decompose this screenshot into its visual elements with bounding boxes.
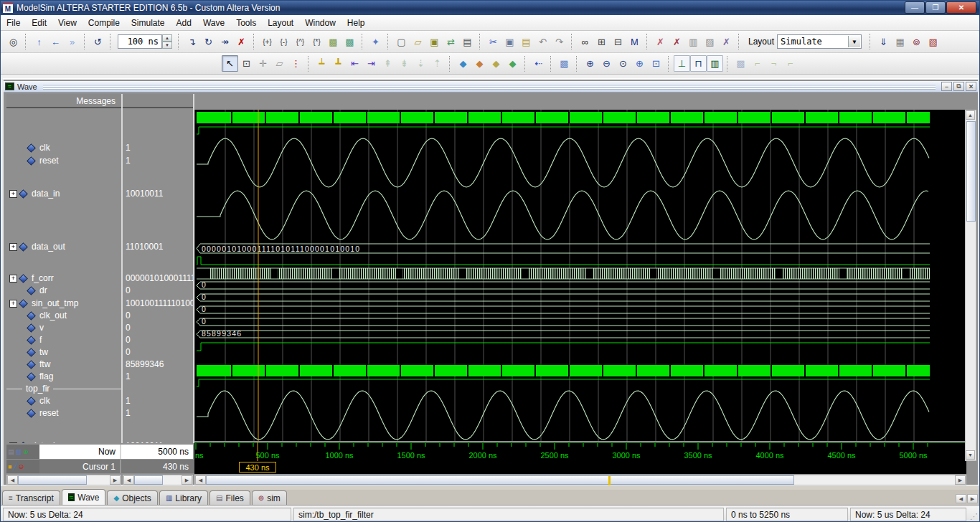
delete-cursor-icon[interactable]: ┻ — [330, 55, 347, 72]
zoom-find-icon[interactable]: ⊚ — [908, 34, 925, 50]
undo-icon[interactable]: ↶ — [534, 34, 551, 50]
chevron-down-icon[interactable]: ▼ — [848, 36, 860, 47]
tab-scroll-left-icon[interactable]: ◀ — [956, 494, 966, 503]
menu-file[interactable]: File — [1, 16, 26, 30]
edit-mode-icon[interactable]: ▱ — [271, 55, 288, 72]
next-falling-icon[interactable]: ⇡ — [429, 55, 446, 72]
back-icon[interactable]: ← — [47, 34, 64, 50]
scroll-left-icon[interactable]: ◀ — [195, 475, 206, 485]
forward-icon[interactable]: » — [64, 34, 80, 50]
expanded-time-off-icon[interactable]: ¬ — [765, 55, 782, 72]
previous-falling-icon[interactable]: ⇣ — [413, 55, 429, 72]
tab-files[interactable]: ▤Files — [209, 490, 250, 505]
scroll-down-icon[interactable]: ▼ — [966, 450, 975, 460]
pan-mode-icon[interactable]: ✛ — [255, 55, 271, 72]
signal-row-f[interactable]: f — [6, 334, 121, 346]
scroll-right-icon[interactable]: ▶ — [182, 475, 192, 485]
wave-title-bar[interactable]: ≈ Wave − ⧉ ✕ — [4, 81, 978, 92]
add-wave-icon[interactable]: ◆ — [455, 55, 471, 72]
full-waveform-icon[interactable]: ⊥ — [674, 55, 690, 72]
menu-add[interactable]: Add — [171, 16, 197, 30]
tab-scroll-right-icon[interactable]: ▶ — [967, 494, 978, 503]
next-transition-icon[interactable]: ⇥ — [363, 55, 380, 72]
new-file-icon[interactable]: ▢ — [393, 34, 410, 50]
up-context-icon[interactable]: ↑ — [31, 34, 47, 50]
messages-icon[interactable]: ▥ — [16, 448, 22, 455]
stop-hand-icon[interactable]: ✦ — [367, 34, 384, 50]
waveform-canvas[interactable]: 0000010100011110101110000101001000008589… — [194, 110, 966, 441]
run-continue-icon[interactable]: ↻ — [200, 34, 217, 50]
tab-objects[interactable]: ◆Objects — [107, 490, 157, 505]
wave-dock-button[interactable]: − — [941, 82, 952, 91]
signal-row-data_in[interactable]: +data_in — [6, 440, 121, 443]
delete-layout-icon[interactable]: ▧ — [925, 34, 941, 50]
signal-row-flag[interactable]: flag — [6, 371, 121, 382]
hatch-region-icon[interactable]: ▩ — [732, 55, 749, 72]
expanded-time-on-icon[interactable]: ⌐ — [749, 55, 765, 72]
expand-icon[interactable]: + — [9, 243, 17, 251]
find-icon[interactable]: ∞ — [577, 34, 593, 50]
wave-undock-button[interactable]: ⧉ — [953, 82, 964, 91]
signal-row-clk[interactable]: clk — [6, 395, 121, 407]
paste-icon[interactable]: ▤ — [518, 34, 534, 50]
configure-layout-icon[interactable]: ▦ — [892, 34, 908, 50]
menu-compile[interactable]: Compile — [83, 16, 126, 30]
timeline-ruler[interactable]: 500 ns1000 ns1500 ns2000 ns2500 ns3000 n… — [194, 442, 966, 461]
zoom-mode-icon[interactable]: ⊡ — [238, 55, 255, 72]
resize-grip[interactable]: ⋰ — [970, 512, 978, 521]
menu-simulate[interactable]: Simulate — [126, 16, 171, 30]
insert-wave-icon[interactable]: ◆ — [504, 55, 521, 72]
add-cursor-icon[interactable]: ┷ — [314, 55, 330, 72]
step-current-icon[interactable]: {*} — [308, 34, 325, 50]
pattern-wizard-icon[interactable]: ▩ — [556, 55, 573, 72]
run-all-icon[interactable]: ↠ — [217, 34, 233, 50]
kill-right-icon[interactable]: ✗ — [669, 34, 685, 50]
menu-view[interactable]: View — [52, 16, 83, 30]
expand-icon[interactable]: + — [9, 442, 17, 444]
add-marker-icon[interactable]: ⊕ — [23, 448, 29, 455]
wave-titlebar-grip[interactable] — [43, 84, 936, 90]
run-length-input[interactable]: 100 ns — [118, 34, 162, 49]
add-wave-cut-icon[interactable]: ◆ — [471, 55, 488, 72]
scroll-right-icon[interactable]: ▶ — [955, 475, 966, 485]
menu-help[interactable]: Help — [341, 16, 371, 30]
collapse-icon[interactable]: ⊟ — [610, 34, 626, 50]
cut-icon[interactable]: ✂ — [485, 34, 501, 50]
edit-cursor-icon[interactable]: ╱ — [13, 463, 17, 470]
expand-time-icon[interactable]: ⇠ — [530, 55, 547, 72]
event-waveform-icon[interactable]: ⊓ — [690, 55, 707, 72]
expand-icon[interactable]: ⊞ — [593, 34, 610, 50]
signal-row-clk[interactable]: clk — [6, 142, 121, 153]
minimize-button[interactable]: — — [905, 1, 925, 14]
expand-icon[interactable]: + — [9, 275, 17, 283]
wave-vertical-scrollbar[interactable]: ▲ ▼ — [965, 110, 976, 461]
collapse-time-icon[interactable]: ⌐ — [782, 55, 798, 72]
signal-row-clk_out[interactable]: clk_out — [6, 310, 121, 321]
spin-down-icon[interactable]: ▼ — [162, 42, 172, 49]
layout-select[interactable]: Simulate▼ — [777, 34, 862, 49]
restart-icon[interactable]: ↺ — [90, 34, 106, 50]
close-button[interactable]: ✕ — [946, 1, 976, 14]
values-scrollbar[interactable]: ◀ ▶ — [123, 475, 193, 485]
run-icon[interactable]: ↴ — [184, 34, 200, 50]
remove-cursor-icon[interactable]: ⊖ — [19, 463, 24, 470]
scroll-left-icon[interactable]: ◀ — [123, 475, 134, 485]
step-out-icon[interactable]: {^} — [292, 34, 308, 50]
select-mode-icon[interactable]: ↖ — [222, 55, 238, 72]
scroll-up-icon[interactable]: ▲ — [966, 110, 975, 120]
title-bar[interactable]: M ModelSim ALTERA STARTER EDITION 6.5b -… — [1, 1, 979, 15]
redo-icon[interactable]: ↷ — [551, 34, 567, 50]
edit-wave-icon[interactable]: ◆ — [488, 55, 504, 72]
zoom-out-icon[interactable]: ⊖ — [598, 55, 615, 72]
reload-icon[interactable]: ⇄ — [443, 34, 459, 50]
cursor-label[interactable]: Cursor 1 — [39, 460, 121, 473]
zoom-in-icon[interactable]: ⊕ — [582, 55, 598, 72]
step-over-icon[interactable]: {-} — [275, 34, 292, 50]
restore-button[interactable]: ❐ — [925, 1, 946, 14]
menu-layout[interactable]: Layout — [262, 16, 299, 30]
names-scrollbar[interactable]: ◀ ▶ — [6, 475, 121, 485]
menu-tools[interactable]: Tools — [230, 16, 262, 30]
erase-icon[interactable]: ✗ — [718, 34, 735, 50]
menu-wave[interactable]: Wave — [197, 16, 230, 30]
step-into-icon[interactable]: {+} — [259, 34, 275, 50]
